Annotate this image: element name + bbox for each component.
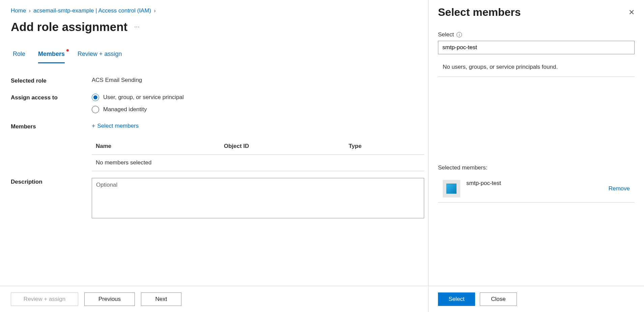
- radio-managed-identity[interactable]: Managed identity: [92, 106, 184, 113]
- select-members-panel: Select members ✕ Select i No users, grou…: [428, 0, 644, 312]
- panel-select-button[interactable]: Select: [438, 292, 475, 306]
- members-row: Members + Select members Name Object ID …: [11, 123, 424, 171]
- attention-dot-icon: [66, 49, 69, 52]
- chevron-right-icon: ›: [154, 7, 156, 14]
- tab-members[interactable]: Members: [38, 51, 65, 63]
- members-label: Members: [11, 123, 92, 130]
- radio-user-group[interactable]: User, group, or service principal: [92, 94, 184, 101]
- page-title-row: Add role assignment ···: [11, 20, 424, 34]
- col-type: Type: [349, 143, 420, 150]
- panel-body: Select i No users, groups, or service pr…: [429, 22, 644, 286]
- breadcrumb-home[interactable]: Home: [11, 7, 26, 14]
- selected-role-value: ACS Email Sending: [92, 77, 142, 84]
- description-label: Description: [11, 178, 92, 185]
- description-input[interactable]: [92, 178, 424, 218]
- breadcrumb-item[interactable]: acsemail-smtp-example | Access control (…: [33, 7, 151, 14]
- footer-bar: Review + assign Previous Next: [0, 286, 435, 312]
- assign-access-row: Assign access to User, group, or service…: [11, 94, 424, 113]
- table-header: Name Object ID Type: [92, 138, 424, 155]
- next-button[interactable]: Next: [141, 292, 181, 306]
- radio-user-label: User, group, or service principal: [103, 94, 184, 101]
- members-table: Name Object ID Type No members selected: [92, 138, 424, 171]
- remove-member-link[interactable]: Remove: [609, 185, 630, 192]
- app-avatar-icon: [443, 180, 460, 197]
- panel-footer: Select Close: [429, 286, 644, 312]
- main-content: Home › acsemail-smtp-example | Access co…: [0, 0, 435, 312]
- tab-role[interactable]: Role: [13, 51, 25, 63]
- radio-icon: [92, 106, 99, 113]
- col-name: Name: [96, 143, 224, 150]
- panel-header: Select members ✕: [429, 0, 644, 22]
- previous-button[interactable]: Previous: [84, 292, 135, 306]
- page-title: Add role assignment: [11, 20, 127, 34]
- tab-review[interactable]: Review + assign: [78, 51, 122, 63]
- assign-access-radio-group: User, group, or service principal Manage…: [92, 94, 184, 113]
- select-members-link-label: Select members: [97, 123, 139, 129]
- col-object-id: Object ID: [224, 143, 349, 150]
- selected-role-row: Selected role ACS Email Sending: [11, 77, 424, 84]
- info-icon[interactable]: i: [457, 32, 462, 37]
- tabs: Role Members Review + assign: [11, 51, 424, 63]
- description-row: Description: [11, 178, 424, 219]
- review-assign-button[interactable]: Review + assign: [11, 292, 78, 306]
- selected-member-name: smtp-poc-test: [466, 180, 609, 187]
- panel-title: Select members: [438, 6, 521, 19]
- no-results-message: No users, groups, or service principals …: [438, 64, 635, 77]
- selected-member-row: smtp-poc-test Remove: [438, 177, 635, 202]
- plus-icon: +: [92, 123, 95, 129]
- selected-members-label: Selected members:: [438, 164, 635, 171]
- radio-icon: [92, 94, 99, 101]
- close-icon[interactable]: ✕: [628, 8, 635, 17]
- empty-members: No members selected: [96, 159, 224, 166]
- selected-role-label: Selected role: [11, 77, 92, 84]
- member-search-input[interactable]: [438, 41, 635, 54]
- breadcrumb: Home › acsemail-smtp-example | Access co…: [11, 7, 424, 14]
- assign-access-label: Assign access to: [11, 94, 92, 101]
- radio-mi-label: Managed identity: [103, 106, 147, 113]
- select-label-text: Select: [438, 31, 454, 38]
- more-icon[interactable]: ···: [134, 24, 140, 30]
- panel-close-button[interactable]: Close: [480, 292, 517, 306]
- chevron-right-icon: ›: [29, 7, 31, 14]
- select-field-label: Select i: [438, 31, 462, 38]
- table-row: No members selected: [92, 155, 424, 171]
- select-members-link[interactable]: + Select members: [92, 123, 139, 129]
- tab-members-label: Members: [38, 51, 65, 57]
